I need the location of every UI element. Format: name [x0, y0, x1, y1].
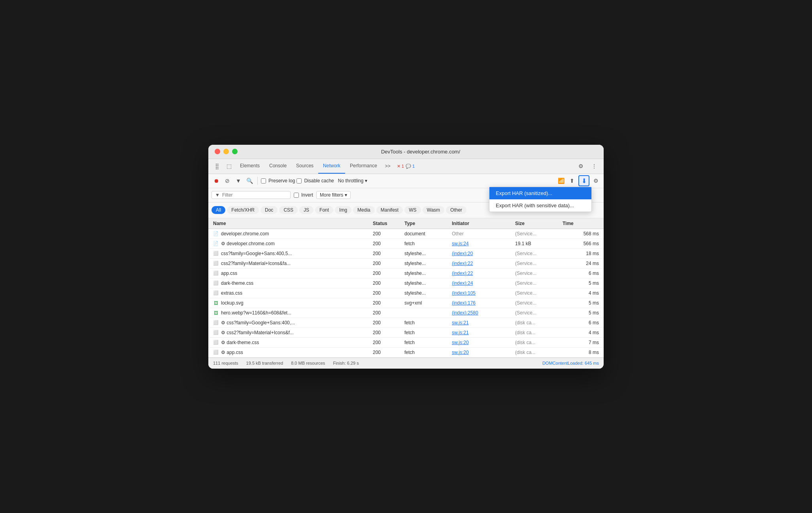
initiator-link[interactable]: (index):2580 [452, 310, 478, 316]
filter-input[interactable] [222, 192, 278, 198]
initiator-link[interactable]: sw.js:20 [452, 350, 469, 355]
settings-icon[interactable]: ⚙ [575, 161, 586, 172]
row-size: (Service... [514, 309, 561, 317]
table-row[interactable]: ⬜ ⚙ css?family=Google+Sans:400,... 200 f… [208, 318, 604, 328]
table-row[interactable]: ⬜ app.css 200 styleshe... (index):22 (Se… [208, 269, 604, 278]
initiator-link[interactable]: sw.js:24 [452, 241, 469, 246]
type-btn-img[interactable]: Img [335, 206, 351, 214]
row-size: (Service... [514, 269, 561, 277]
type-btn-font[interactable]: Font [315, 206, 333, 214]
row-size: (Service... [514, 230, 561, 238]
close-button[interactable] [215, 149, 220, 154]
throttle-select[interactable]: No throttling ▾ [336, 177, 370, 184]
type-btn-fetch-xhr[interactable]: Fetch/XHR [227, 206, 259, 214]
import-settings-icon[interactable]: ⚙ [591, 176, 601, 186]
initiator-link[interactable]: (index):22 [452, 261, 473, 266]
tab-more-button[interactable]: >> [382, 161, 394, 171]
type-btn-doc[interactable]: Doc [261, 206, 278, 214]
table-row[interactable]: ⬜ css2?family=Material+Icons&fa... 200 s… [208, 259, 604, 269]
type-btn-manifest[interactable]: Manifest [376, 206, 403, 214]
table-row[interactable]: 🖼 hero.webp?w=1160&h=608&fet... 200 (ind… [208, 308, 604, 318]
col-header-size[interactable]: Size [514, 220, 561, 227]
row-time: 566 ms [561, 240, 601, 248]
table-row[interactable]: ⬜ dark-theme.css 200 styleshe... (index)… [208, 278, 604, 288]
initiator-link[interactable]: (index):105 [452, 290, 476, 296]
row-icon: 🖼 [213, 300, 219, 306]
col-header-status[interactable]: Status [371, 220, 403, 227]
inspect-icon[interactable]: ⣿ [211, 161, 223, 172]
wifi-icon[interactable]: 📶 [556, 176, 566, 186]
row-size: (Service... [514, 250, 561, 257]
row-icon: ⬜ [213, 340, 219, 345]
tab-performance[interactable]: Performance [345, 159, 382, 174]
tab-elements[interactable]: Elements [235, 159, 264, 174]
title-bar: DevTools - developer.chrome.com/ [208, 145, 604, 159]
row-status: 200 [371, 259, 403, 267]
invert-checkbox[interactable]: Invert [294, 192, 313, 198]
row-type [403, 312, 450, 314]
initiator-link[interactable]: sw.js:21 [452, 330, 469, 335]
initiator-link[interactable]: sw.js:20 [452, 340, 469, 345]
maximize-button[interactable] [232, 149, 238, 154]
clear-button[interactable]: ⊘ [223, 176, 232, 186]
table-row[interactable]: ⬜ ⚙ css2?family=Material+Icons&f... 200 … [208, 328, 604, 338]
minimize-button[interactable] [223, 149, 229, 154]
table-row[interactable]: ⬜ extras.css 200 styleshe... (index):105… [208, 288, 604, 298]
row-type: styleshe... [403, 289, 450, 297]
tab-console[interactable]: Console [264, 159, 291, 174]
preserve-log-input[interactable] [261, 178, 266, 184]
preserve-log-checkbox[interactable]: Preserve log [261, 178, 295, 184]
row-name-text: app.css [221, 271, 237, 276]
resources-size: 8.0 MB resources [291, 361, 325, 365]
col-header-name[interactable]: Name [211, 220, 371, 227]
search-icon[interactable]: 🔍 [245, 176, 254, 186]
initiator-link[interactable]: (index):22 [452, 271, 473, 276]
type-btn-js[interactable]: JS [299, 206, 313, 214]
row-icon: ⬜ [213, 290, 219, 296]
upload-icon[interactable]: ⬆ [567, 176, 577, 186]
type-btn-all[interactable]: All [211, 206, 225, 214]
download-har-button[interactable]: ⬇ [578, 175, 589, 186]
table-row[interactable]: ⬜ ⚙ app.css 200 fetch sw.js:20 (disk ca.… [208, 348, 604, 358]
more-options-icon[interactable]: ⋮ [589, 161, 600, 172]
type-btn-wasm[interactable]: Wasm [423, 206, 445, 214]
col-header-initiator[interactable]: Initiator [450, 220, 514, 227]
row-icon: ⬜ [213, 271, 219, 276]
disable-cache-input[interactable] [296, 178, 302, 184]
row-initiator: (index):24 [450, 279, 514, 287]
disable-cache-checkbox[interactable]: Disable cache [296, 178, 334, 184]
device-toolbar-icon[interactable]: ⬚ [223, 161, 234, 172]
table-row[interactable]: ⬜ css?family=Google+Sans:400,5... 200 st… [208, 249, 604, 259]
row-time: 5 ms [561, 299, 601, 307]
tab-sources[interactable]: Sources [291, 159, 318, 174]
initiator-link[interactable]: (index):20 [452, 251, 473, 256]
type-btn-media[interactable]: Media [353, 206, 375, 214]
row-name: ⬜ extras.css [211, 289, 371, 297]
invert-input[interactable] [294, 193, 299, 198]
initiator-link[interactable]: (index):176 [452, 300, 476, 306]
export-har-sensitive-option[interactable]: Export HAR (with sensitive data)... [489, 199, 591, 212]
row-time: 8 ms [561, 348, 601, 356]
row-status: 200 [371, 279, 403, 287]
record-button[interactable]: ⏺ [211, 176, 221, 186]
col-header-time[interactable]: Time [561, 220, 601, 227]
type-btn-other[interactable]: Other [446, 206, 466, 214]
col-header-type[interactable]: Type [403, 220, 450, 227]
table-row[interactable]: 📄 ⚙ developer.chrome.com 200 fetch sw.js… [208, 239, 604, 249]
devtools-tabs: ⣿ ⬚ Elements Console Sources Network Per… [208, 159, 604, 174]
initiator-link[interactable]: (index):24 [452, 280, 473, 286]
initiator-link[interactable]: sw.js:21 [452, 320, 469, 326]
row-initiator: Other [450, 230, 514, 238]
more-filters-button[interactable]: More filters ▾ [316, 191, 351, 199]
table-row[interactable]: 🖼 lockup.svg 200 svg+xml (index):176 (Se… [208, 298, 604, 308]
row-size: (disk ca... [514, 329, 561, 337]
row-size: (Service... [514, 299, 561, 307]
table-row[interactable]: 📄 developer.chrome.com 200 document Othe… [208, 229, 604, 239]
filter-icon[interactable]: ▼ [234, 176, 243, 186]
row-time: 24 ms [561, 259, 601, 267]
export-har-sanitized-option[interactable]: Export HAR (sanitized)... [489, 187, 591, 199]
table-row[interactable]: ⬜ ⚙ dark-theme.css 200 fetch sw.js:20 (d… [208, 338, 604, 348]
type-btn-ws[interactable]: WS [404, 206, 421, 214]
type-btn-css[interactable]: CSS [279, 206, 298, 214]
tab-network[interactable]: Network [318, 159, 345, 174]
